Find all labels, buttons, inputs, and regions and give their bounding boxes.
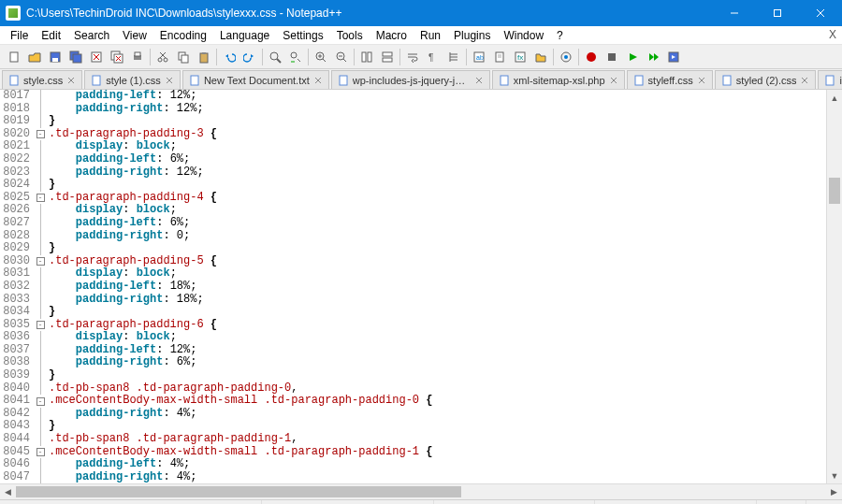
- menu-encoding[interactable]: Encoding: [153, 27, 213, 44]
- line-number[interactable]: 8034: [0, 306, 30, 319]
- line-number[interactable]: 8027: [0, 217, 30, 230]
- menu-macro[interactable]: Macro: [370, 27, 414, 44]
- line-number[interactable]: 8043: [0, 420, 30, 433]
- record-icon[interactable]: [581, 47, 602, 67]
- code-line[interactable]: padding-right: 12%;: [49, 103, 826, 116]
- fold-toggle-icon[interactable]: -: [34, 255, 47, 268]
- tab-file-1[interactable]: style (1).css: [84, 70, 181, 89]
- fold-toggle-icon[interactable]: -: [34, 128, 47, 141]
- vertical-scrollbar[interactable]: ▲ ▼: [826, 90, 842, 483]
- tab-close-icon[interactable]: [697, 76, 706, 85]
- code-line[interactable]: display: block;: [49, 140, 826, 153]
- tab-close-icon[interactable]: [800, 76, 809, 85]
- scroll-up-icon[interactable]: ▲: [827, 90, 842, 106]
- code-line[interactable]: padding-right: 4%;: [49, 408, 826, 421]
- line-number[interactable]: 8020: [0, 128, 30, 141]
- code-line[interactable]: .mceContentBody-max-width-small .td-para…: [49, 395, 826, 408]
- vscroll-track[interactable]: [827, 106, 842, 468]
- code-line[interactable]: }: [49, 242, 826, 255]
- undo-icon[interactable]: [219, 47, 240, 67]
- stop-icon[interactable]: [602, 47, 622, 67]
- scroll-left-icon[interactable]: ◀: [0, 484, 16, 499]
- play-icon[interactable]: [622, 47, 643, 67]
- hscroll-track[interactable]: [16, 484, 826, 499]
- code-line[interactable]: .td-pb-span8 .td-paragraph-padding-0,: [49, 382, 826, 396]
- save-macro-icon[interactable]: [663, 47, 684, 67]
- tab-close-icon[interactable]: [313, 76, 323, 85]
- menu-edit[interactable]: Edit: [35, 27, 67, 44]
- line-number[interactable]: 8024: [0, 179, 30, 192]
- tab-file-0[interactable]: style.css: [2, 70, 82, 89]
- all-chars-icon[interactable]: ¶: [423, 47, 443, 67]
- open-file-icon[interactable]: [24, 47, 45, 67]
- tab-close-icon[interactable]: [609, 76, 618, 85]
- wrap-icon[interactable]: [402, 47, 423, 67]
- line-number[interactable]: 8042: [0, 408, 30, 421]
- print-icon[interactable]: [127, 47, 148, 67]
- tab-file-4[interactable]: xml-sitemap-xsl.php: [492, 70, 625, 89]
- code-line[interactable]: display: block;: [49, 267, 826, 281]
- code-line[interactable]: .td-paragraph-padding-6 {: [49, 319, 826, 332]
- menu-file[interactable]: File: [4, 27, 35, 44]
- code-line[interactable]: padding-left: 12%;: [49, 344, 826, 357]
- menubar-close-icon[interactable]: X: [829, 28, 836, 41]
- function-list-icon[interactable]: fx: [510, 47, 530, 67]
- scroll-right-icon[interactable]: ▶: [826, 484, 842, 499]
- code-line[interactable]: }: [49, 306, 826, 319]
- code-line[interactable]: padding-left: 12%;: [49, 90, 826, 103]
- close-all-icon[interactable]: [107, 47, 127, 67]
- menu-window[interactable]: Window: [497, 27, 550, 44]
- line-number[interactable]: 8039: [0, 369, 30, 382]
- line-number-gutter[interactable]: 8017801880198020802180228023802480258026…: [0, 90, 34, 483]
- line-number[interactable]: 8036: [0, 331, 30, 344]
- tab-file-3[interactable]: wp-includes-js-jquery-jquery-1.12.4.js: [331, 70, 490, 89]
- monitor-icon[interactable]: [556, 47, 576, 67]
- line-number[interactable]: 8029: [0, 242, 30, 255]
- folder-icon[interactable]: [530, 47, 551, 67]
- line-number[interactable]: 8038: [0, 356, 30, 369]
- sync-v-icon[interactable]: [356, 47, 377, 67]
- tab-file-7[interactable]: indexd.php: [818, 70, 842, 89]
- menu-run[interactable]: Run: [414, 27, 447, 44]
- fold-toggle-icon[interactable]: -: [34, 446, 47, 459]
- zoom-in-icon[interactable]: [311, 47, 331, 67]
- line-number[interactable]: 8045: [0, 446, 30, 459]
- code-line[interactable]: .mceContentBody-max-width-small .td-para…: [49, 446, 826, 459]
- code-line[interactable]: }: [49, 369, 826, 382]
- line-number[interactable]: 8040: [0, 382, 30, 396]
- line-number[interactable]: 8035: [0, 319, 30, 332]
- code-line[interactable]: .td-paragraph-padding-5 {: [49, 255, 826, 268]
- code-line[interactable]: padding-right: 6%;: [49, 356, 826, 369]
- play-multi-icon[interactable]: [643, 47, 663, 67]
- new-file-icon[interactable]: [4, 47, 24, 67]
- redo-icon[interactable]: [240, 47, 260, 67]
- code-line[interactable]: padding-right: 12%;: [49, 166, 826, 180]
- zoom-out-icon[interactable]: [331, 47, 352, 67]
- code-line[interactable]: display: block;: [49, 204, 826, 217]
- maximize-button[interactable]: [756, 0, 799, 26]
- cut-icon[interactable]: [152, 47, 173, 67]
- line-number[interactable]: 8031: [0, 267, 30, 281]
- code-line[interactable]: display: block;: [49, 331, 826, 344]
- line-number[interactable]: 8037: [0, 344, 30, 357]
- code-line[interactable]: }: [49, 420, 826, 433]
- line-number[interactable]: 8025: [0, 192, 30, 205]
- menu-search[interactable]: Search: [67, 27, 116, 44]
- tab-file-6[interactable]: styled (2).css: [715, 70, 817, 89]
- replace-icon[interactable]: [285, 47, 306, 67]
- horizontal-scrollbar[interactable]: ◀ ▶: [0, 483, 842, 499]
- code-line[interactable]: padding-right: 0;: [49, 230, 826, 243]
- line-number[interactable]: 8030: [0, 255, 30, 268]
- code-line[interactable]: padding-right: 18%;: [49, 294, 826, 307]
- line-number[interactable]: 8044: [0, 433, 30, 446]
- close-window-button[interactable]: [799, 0, 842, 26]
- find-icon[interactable]: [265, 47, 285, 67]
- line-number[interactable]: 8021: [0, 140, 30, 153]
- copy-icon[interactable]: [173, 47, 194, 67]
- scroll-down-icon[interactable]: ▼: [827, 468, 842, 483]
- menu-settings[interactable]: Settings: [276, 27, 329, 44]
- save-all-icon[interactable]: [65, 47, 86, 67]
- line-number[interactable]: 8028: [0, 230, 30, 243]
- code-line[interactable]: }: [49, 115, 826, 128]
- doc-map-icon[interactable]: [489, 47, 510, 67]
